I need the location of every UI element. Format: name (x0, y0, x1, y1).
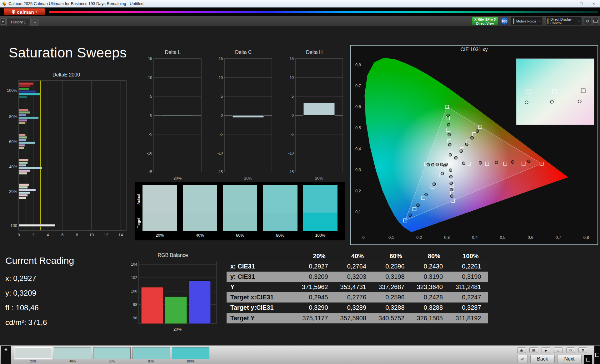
pattern-preview-button[interactable] (584, 355, 592, 364)
play-icon[interactable]: ▶ (542, 347, 550, 353)
delta-h-title: Delta H (285, 49, 344, 56)
measured-marker (449, 169, 452, 172)
patch-size-badge[interactable]: 660 (501, 17, 508, 25)
table-row-label: Target y:CIE31 (227, 303, 297, 313)
patch-preview (263, 185, 298, 231)
measured-marker (440, 163, 443, 166)
table-row: y: CIE310,32090,32030,31980,31900,3190 (227, 272, 488, 282)
patch-button-60%[interactable]: 60% (93, 347, 131, 363)
y-tick-label: 0,8 (355, 62, 361, 67)
deltae-chart-svg: 02468101214100%80%60%40%20%100 (4, 79, 129, 241)
table-header-cell: 100% (450, 251, 488, 261)
deltae-bar (19, 85, 31, 87)
display-config-button[interactable] (592, 17, 599, 25)
window-controls: – □ × (562, 0, 600, 7)
table-row-label: Target Y (227, 313, 297, 323)
home-icon[interactable]: ⌂ (554, 347, 563, 353)
table-cell: 0,2764 (335, 261, 373, 272)
table-cell: 311,8192 (450, 313, 488, 323)
close-button[interactable]: × (588, 0, 600, 7)
table-row: x: CIE310,29270,27640,25960,24300,2261 (227, 261, 488, 272)
monitor-icon (593, 20, 598, 23)
maximize-button[interactable]: □ (575, 0, 588, 7)
table-cell: 0,2596 (373, 292, 412, 303)
deltae-bar (19, 136, 27, 139)
meter-button[interactable]: X-Rite i1Pro 3 Direct View (472, 17, 498, 25)
back-button[interactable]: Back (530, 355, 555, 363)
table-cell: 326,1505 (412, 313, 450, 323)
x-tick-label: 0,8 (583, 235, 589, 240)
x-tick-label: 12 (104, 233, 108, 237)
pattern-icon[interactable]: ▤ (529, 347, 538, 353)
display-dropdown[interactable]: Direct Display Control ▾ (545, 17, 582, 25)
patch-button-20%[interactable]: 20% (15, 347, 52, 363)
patch-button-40%[interactable]: 40% (54, 347, 91, 363)
actual-row-label: Actual (137, 185, 141, 213)
patch-preview-label: 40% (183, 233, 217, 238)
y-tick-label: 0,5 (355, 125, 361, 130)
deltae-bar (19, 93, 40, 95)
table-cell: 0,3198 (373, 272, 412, 282)
table-row: Target Y375,1177357,5908340,5752326,1505… (227, 313, 488, 323)
source-dropdown[interactable]: Mobile Forge ▾ (511, 17, 543, 25)
rgb-balance-title: RGB Balance (128, 252, 218, 259)
y-tick-label: 102 (131, 276, 137, 280)
patch-button-100%[interactable]: 100% (172, 347, 209, 363)
rgb-balance-svg: 104102100989620% (128, 259, 218, 334)
measured-marker (462, 162, 465, 165)
deltae-bar (19, 147, 24, 149)
right-edge-strip[interactable] (594, 346, 600, 364)
patch-button-80%[interactable]: 80% (132, 347, 170, 363)
table-cell: 311,2481 (450, 282, 488, 292)
eye-icon[interactable]: ◉ (517, 347, 526, 353)
measured-marker (450, 182, 452, 184)
settings-button[interactable]: ⚙ (584, 17, 591, 25)
calman-logo-button[interactable]: calman ▾ (4, 8, 45, 15)
settings-icon[interactable]: ⚙ (578, 347, 587, 353)
meter-line2: Direct View (472, 22, 498, 26)
source-accent (513, 18, 514, 24)
y-tick-label: 0,4 (355, 146, 361, 151)
y-tick-label: -5 (290, 132, 294, 136)
app-icon (2, 2, 7, 6)
y-tick-label: 96 (133, 316, 138, 320)
x-label: 20% (315, 176, 323, 180)
x-tick-label: 10 (89, 233, 94, 237)
table-header-row: 20%40%60%80%100% (227, 251, 488, 261)
pattern-window-panel[interactable]: ◉ (1, 346, 11, 364)
minimize-button[interactable]: – (562, 0, 575, 7)
deltae-bar (19, 82, 34, 85)
table-row-label: Y (227, 282, 297, 292)
patch-preview-label: 60% (223, 233, 257, 238)
delta-c-title: Delta C (214, 49, 273, 56)
actual-swatch (263, 185, 298, 213)
deltae-bar (19, 162, 28, 164)
table-row-label: x: CIE31 (227, 261, 297, 272)
app-window: Calman 2025 Calman Ultimate for Business… (0, 0, 600, 364)
x-tick-label: 0,5 (500, 235, 505, 240)
deltae-bar (19, 170, 30, 172)
pane-toggle-button[interactable]: ▶ (1, 18, 6, 25)
deltae-bar (19, 139, 26, 141)
logo-bar: calman ▾ (0, 7, 600, 16)
table-cell: 0,3288 (412, 303, 450, 313)
table-cell: 0,2945 (297, 292, 335, 303)
rewind-button[interactable]: « (517, 355, 528, 363)
deltae-bar (19, 122, 26, 124)
measured-marker (447, 123, 450, 126)
main-content: Saturation Sweeps DeltaE 2000 0246810121… (0, 26, 600, 345)
patch-preview (183, 185, 217, 231)
measured-marker (417, 204, 419, 206)
refresh-icon[interactable]: ↻ (566, 347, 575, 353)
group-label: 100 (10, 223, 17, 228)
table-cell: 353,4731 (335, 282, 373, 292)
patch-swatch (132, 347, 170, 359)
next-button[interactable]: Next (557, 355, 582, 363)
add-tab-button[interactable]: + (32, 19, 38, 26)
y-tick-label: 5 (292, 94, 294, 99)
patch-swatch (15, 347, 52, 359)
tab-history-1[interactable]: History 1 (6, 18, 31, 26)
y-tick-label: 0 (221, 113, 223, 118)
x-label: 20% (244, 176, 252, 180)
patch-preview-label: 80% (263, 233, 298, 238)
